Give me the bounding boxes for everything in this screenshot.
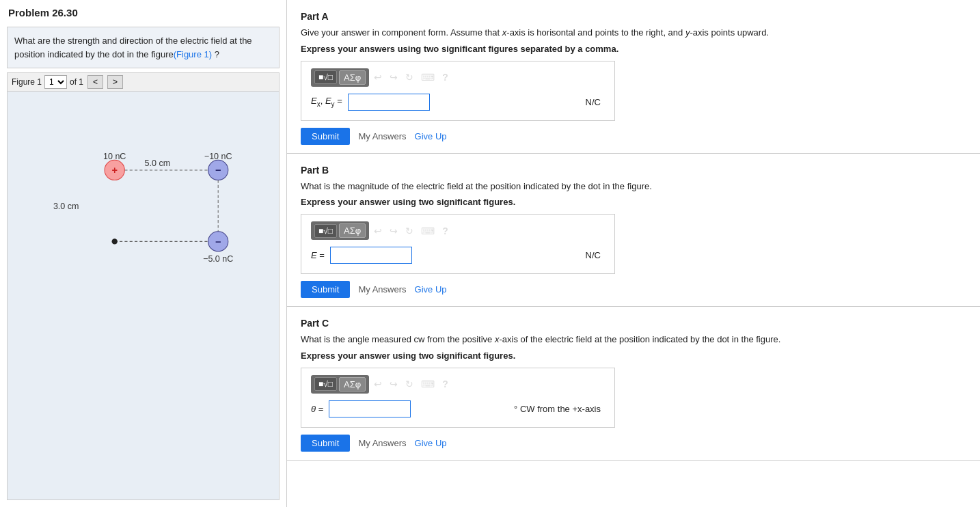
part-b-greek-btn[interactable]: ΑΣφ <box>339 223 366 238</box>
part-c-eq-label: θ = <box>311 404 323 414</box>
part-c-answer-box: ■√□ ΑΣφ ↩ ↪ ↻ ⌨ ? θ = ° CW from the +x-a… <box>301 368 615 428</box>
part-b-emphasis: Express your answer using two significan… <box>301 197 966 207</box>
svg-text:−5.0 nC: −5.0 nC <box>203 254 233 264</box>
part-c-emphasis: Express your answer using two significan… <box>301 351 966 361</box>
part-a-undo-icon[interactable]: ↩ <box>371 70 385 84</box>
part-c-my-answers[interactable]: My Answers <box>358 438 406 448</box>
part-a-section: Part A Give your answer in component for… <box>287 0 980 154</box>
part-c-help-icon[interactable]: ? <box>439 377 451 391</box>
part-b-redo-icon[interactable]: ↪ <box>387 224 400 238</box>
part-b-give-up[interactable]: Give Up <box>415 284 447 294</box>
part-c-action-row: Submit My Answers Give Up <box>301 435 966 452</box>
part-b-answer-box: ■√□ ΑΣφ ↩ ↪ ↻ ⌨ ? E = N/C <box>301 214 615 274</box>
part-b-submit-button[interactable]: Submit <box>301 281 350 298</box>
part-b-unit: N/C <box>586 250 605 260</box>
part-c-instruction: What is the angle measured cw from the p… <box>301 333 966 346</box>
part-b-toolbar-group1: ■√□ ΑΣφ <box>311 221 369 240</box>
svg-text:−: − <box>215 236 221 247</box>
figure-header: Figure 1 1 of 1 < > <box>8 73 279 92</box>
part-c-submit-button[interactable]: Submit <box>301 435 350 452</box>
part-a-reset-icon[interactable]: ↻ <box>403 70 416 84</box>
part-a-input[interactable] <box>348 94 430 111</box>
part-b-matrix-btn[interactable]: ■√□ <box>314 224 337 238</box>
part-b-instruction: What is the magnitude of the electric fi… <box>301 180 966 193</box>
part-b-keyboard-icon[interactable]: ⌨ <box>418 224 437 238</box>
problem-text: What are the strength and direction of t… <box>14 36 252 59</box>
part-b-section: Part B What is the magnitude of the elec… <box>287 154 980 307</box>
part-b-toolbar: ■√□ ΑΣφ ↩ ↪ ↻ ⌨ ? <box>311 221 605 240</box>
part-a-unit: N/C <box>586 97 605 107</box>
figure-select[interactable]: 1 <box>44 75 67 89</box>
part-a-emphasis: Express your answers using two significa… <box>301 44 966 54</box>
part-c-unit: ° CW from the +x-axis <box>514 404 605 414</box>
part-b-undo-icon[interactable]: ↩ <box>371 224 385 238</box>
part-a-greek-btn[interactable]: ΑΣφ <box>339 70 366 85</box>
part-c-redo-icon[interactable]: ↪ <box>387 377 400 391</box>
svg-text:5.0 cm: 5.0 cm <box>145 159 171 168</box>
part-c-toolbar: ■√□ ΑΣφ ↩ ↪ ↻ ⌨ ? <box>311 375 605 394</box>
part-b-reset-icon[interactable]: ↻ <box>403 224 416 238</box>
part-b-input-row: E = N/C <box>311 247 605 264</box>
part-a-instruction: Give your answer in component form. Assu… <box>301 26 966 40</box>
figure-prev-button[interactable]: < <box>87 75 103 89</box>
figure-svg: 5.0 cm 3.0 cm + 10 nC − −10 nC − −5.0 nC <box>8 92 279 292</box>
part-a-help-icon[interactable]: ? <box>439 70 451 84</box>
part-b-action-row: Submit My Answers Give Up <box>301 281 966 298</box>
part-a-keyboard-icon[interactable]: ⌨ <box>418 70 437 84</box>
figure-link[interactable]: (Figure 1) <box>174 49 212 59</box>
svg-text:3.0 cm: 3.0 cm <box>53 202 79 211</box>
figure-of: of 1 <box>70 77 83 87</box>
part-c-matrix-btn[interactable]: ■√□ <box>314 377 337 391</box>
part-b-title: Part B <box>301 165 966 176</box>
figure-label: Figure 1 <box>12 77 42 87</box>
left-panel: Problem 26.30 What are the strength and … <box>0 0 287 507</box>
part-b-eq-label: E = <box>311 250 325 260</box>
part-c-give-up[interactable]: Give Up <box>415 438 447 448</box>
svg-text:−10 nC: −10 nC <box>204 152 232 161</box>
part-c-section: Part C What is the angle measured cw fro… <box>287 307 980 461</box>
part-c-reset-icon[interactable]: ↻ <box>403 377 416 391</box>
right-panel: Part A Give your answer in component for… <box>287 0 980 507</box>
svg-text:−: − <box>215 165 221 176</box>
part-c-input[interactable] <box>329 400 411 417</box>
part-a-title: Part A <box>301 11 966 22</box>
part-a-input-row: Ex, Ey = N/C <box>311 94 605 111</box>
part-c-input-row: θ = ° CW from the +x-axis <box>311 400 605 417</box>
part-a-eq-label: Ex, Ey = <box>311 96 342 108</box>
svg-text:10 nC: 10 nC <box>103 152 126 161</box>
part-c-greek-btn[interactable]: ΑΣφ <box>339 377 366 392</box>
part-a-matrix-btn[interactable]: ■√□ <box>314 70 337 84</box>
part-a-toolbar-group1: ■√□ ΑΣφ <box>311 68 369 87</box>
figure-container: Figure 1 1 of 1 < > 5.0 cm 3.0 cm <box>7 72 280 500</box>
part-c-undo-icon[interactable]: ↩ <box>371 377 385 391</box>
part-a-give-up[interactable]: Give Up <box>415 131 447 141</box>
figure-canvas: 5.0 cm 3.0 cm + 10 nC − −10 nC − −5.0 nC <box>8 92 279 499</box>
svg-point-14 <box>112 238 118 244</box>
problem-description: What are the strength and direction of t… <box>7 27 280 68</box>
part-c-keyboard-icon[interactable]: ⌨ <box>418 377 437 391</box>
part-c-toolbar-group1: ■√□ ΑΣφ <box>311 375 369 394</box>
part-a-submit-button[interactable]: Submit <box>301 128 350 145</box>
part-a-my-answers[interactable]: My Answers <box>358 131 406 141</box>
part-a-answer-box: ■√□ ΑΣφ ↩ ↪ ↻ ⌨ ? Ex, Ey = N/C <box>301 61 615 121</box>
svg-text:+: + <box>111 165 118 176</box>
part-a-redo-icon[interactable]: ↪ <box>387 70 400 84</box>
problem-title: Problem 26.30 <box>0 0 286 23</box>
part-b-my-answers[interactable]: My Answers <box>358 284 406 294</box>
part-b-help-icon[interactable]: ? <box>439 224 451 238</box>
part-c-title: Part C <box>301 318 966 329</box>
part-a-toolbar: ■√□ ΑΣφ ↩ ↪ ↻ ⌨ ? <box>311 68 605 87</box>
part-b-input[interactable] <box>330 247 412 264</box>
part-a-action-row: Submit My Answers Give Up <box>301 128 966 145</box>
figure-next-button[interactable]: > <box>107 75 123 89</box>
